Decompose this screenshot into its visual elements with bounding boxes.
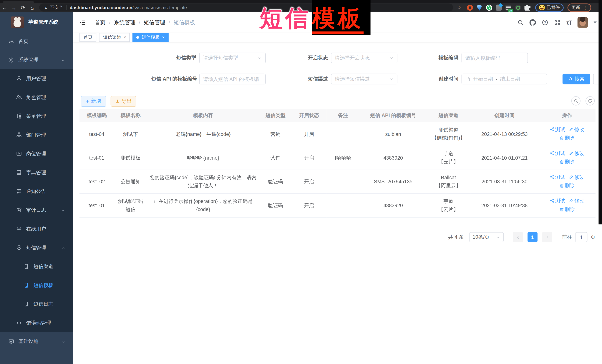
next-page-button[interactable] <box>542 232 552 242</box>
delete-link[interactable]: 删除 <box>559 181 575 190</box>
export-button[interactable]: 导出 <box>111 96 136 107</box>
create-time-label: 创建时间 <box>414 75 462 82</box>
refresh-icon <box>588 99 592 103</box>
page-size-select[interactable]: 10条/页 <box>469 232 504 242</box>
extension-grid-icon[interactable] <box>495 4 502 10</box>
browser-menu-icon[interactable]: ⋮ <box>583 5 588 10</box>
breadcrumb-home[interactable]: 首页 <box>95 19 106 26</box>
status-select[interactable]: 请选择开启状态 <box>331 52 397 63</box>
test-link[interactable]: 测试 <box>550 149 565 157</box>
sidebar-logo-row: 芋道管理系统 <box>0 12 73 32</box>
extension-list-on-icon[interactable] <box>505 4 511 10</box>
profile-status-label: 已暂停 <box>547 5 560 10</box>
breadcrumb-system[interactable]: 系统管理 <box>114 19 135 26</box>
goto-label: 前往 <box>562 234 572 240</box>
sidebar-item-online-users[interactable]: A 在线用户 <box>0 219 73 238</box>
tab-home[interactable]: 首页 <box>79 33 96 42</box>
delete-link[interactable]: 删除 <box>559 205 575 213</box>
browser-forward-button[interactable]: → <box>9 4 19 11</box>
download-icon <box>115 99 120 104</box>
edit-link[interactable]: 修改 <box>569 125 584 134</box>
sidebar-item-system[interactable]: 系统管理 <box>0 51 73 69</box>
page-content: 短信类型 请选择短信类型 开启状态 请选择开启状态 <box>73 42 602 364</box>
edit-link[interactable]: 修改 <box>569 149 584 157</box>
current-page-button[interactable]: 1 <box>527 232 538 242</box>
add-button[interactable]: + 新增 <box>81 96 106 107</box>
api-template-id-input[interactable] <box>199 74 266 84</box>
url-host: dashboard.yudao.iocoder.cn <box>70 5 132 10</box>
shield-check-icon <box>16 245 22 250</box>
test-link[interactable]: 测试 <box>550 125 565 134</box>
font-size-icon[interactable]: τT <box>566 19 572 26</box>
channel-label: 短信渠道 <box>283 75 331 82</box>
browser-profile-chip[interactable]: 已暂停 <box>535 3 564 12</box>
github-icon[interactable] <box>529 19 536 26</box>
browser-address-bar[interactable]: ▲ 不安全 dashboard.yudao.iocoder.cn /system… <box>39 3 453 12</box>
sidebar-item-audit-log[interactable]: 审计日志 <box>0 201 73 219</box>
date-range-picker[interactable]: 开始日期 - 结束日期 <box>462 74 547 84</box>
tab-sms-template[interactable]: 短信模板 × <box>133 33 169 42</box>
sidebar-item-users[interactable]: 用户管理 <box>0 69 73 88</box>
edit-link[interactable]: 修改 <box>569 197 584 205</box>
extension-magnifier-icon[interactable] <box>515 4 521 10</box>
avatar[interactable] <box>577 17 588 28</box>
sidebar-item-sms-log[interactable]: 短信日志 <box>0 295 73 313</box>
browser-update-chip[interactable]: 更新 ⋮ <box>568 3 591 12</box>
breadcrumb-sms[interactable]: 短信管理 <box>144 19 165 26</box>
extension-y-icon[interactable] <box>486 4 492 10</box>
channel-select[interactable]: 请选择短信渠道 <box>331 74 397 84</box>
plus-icon: + <box>86 98 89 104</box>
sidebar-item-notice[interactable]: 通知公告 <box>0 182 73 201</box>
test-link[interactable]: 测试 <box>550 173 565 181</box>
extensions-puzzle-icon[interactable] <box>524 4 530 10</box>
browser-reload-button[interactable]: ⟳ <box>18 4 28 11</box>
sidebar-item-error-code[interactable]: 错误码管理 <box>0 313 73 332</box>
sidebar-item-home[interactable]: 首页 <box>0 32 73 51</box>
test-link[interactable]: 测试 <box>550 197 565 205</box>
phone-icon <box>23 301 29 307</box>
search-icon[interactable] <box>517 19 524 26</box>
chevron-right-icon <box>545 235 549 239</box>
security-label: 不安全 <box>50 5 63 10</box>
sidebar-item-menus[interactable]: 菜单管理 <box>0 107 73 125</box>
extension-pin-icon[interactable] <box>476 4 483 10</box>
trash-icon <box>559 159 564 164</box>
chevron-down-icon <box>389 77 394 81</box>
phone-icon <box>23 282 29 288</box>
prev-page-button[interactable] <box>513 232 523 242</box>
refresh-table-button[interactable] <box>586 96 595 105</box>
browser-home-button[interactable]: ⌂ <box>28 4 37 11</box>
sidebar-item-posts[interactable]: 岗位管理 <box>0 144 73 163</box>
close-icon[interactable]: × <box>162 35 164 40</box>
show-search-button[interactable] <box>571 96 580 105</box>
delete-link[interactable]: 删除 <box>559 134 575 142</box>
user-icon <box>16 75 22 81</box>
browser-active-tab[interactable] <box>3 1 34 3</box>
edit-link[interactable]: 修改 <box>569 173 584 181</box>
sidebar-item-sms-template[interactable]: 短信模板 <box>0 276 73 295</box>
sidebar-collapse-icon[interactable] <box>79 20 86 26</box>
share-icon <box>550 175 554 179</box>
help-icon[interactable]: ? <box>542 19 548 26</box>
sidebar-item-departments[interactable]: 部门管理 <box>0 125 73 145</box>
sidebar-item-infrastructure[interactable]: 基础设施 <box>0 332 73 351</box>
avatar-dropdown-caret-icon[interactable] <box>593 21 597 23</box>
share-icon <box>550 127 554 132</box>
sidebar-item-dict[interactable]: 字典管理 <box>0 163 73 182</box>
status-label: 开启状态 <box>283 54 331 61</box>
bookmark-star-icon[interactable]: ☆ <box>457 5 461 10</box>
tab-sms-channel[interactable]: 短信渠道 × <box>99 33 130 42</box>
sidebar-item-roles[interactable]: 角色管理 <box>0 88 73 107</box>
close-icon[interactable]: × <box>124 35 126 40</box>
fullscreen-icon[interactable] <box>554 19 560 26</box>
browser-back-button[interactable]: ← <box>0 4 9 11</box>
sidebar-item-sms[interactable]: 短信管理 <box>0 238 73 257</box>
sidebar-item-sms-channel[interactable]: 短信渠道 <box>0 257 73 276</box>
delete-link[interactable]: 删除 <box>559 158 575 166</box>
goto-page-input[interactable] <box>575 232 587 242</box>
search-button[interactable]: 搜索 <box>562 74 590 84</box>
template-code-input[interactable] <box>462 52 528 63</box>
gear-icon <box>9 57 14 63</box>
sms-type-select[interactable]: 请选择短信类型 <box>199 52 266 63</box>
extension-orange-icon[interactable] <box>467 4 473 10</box>
